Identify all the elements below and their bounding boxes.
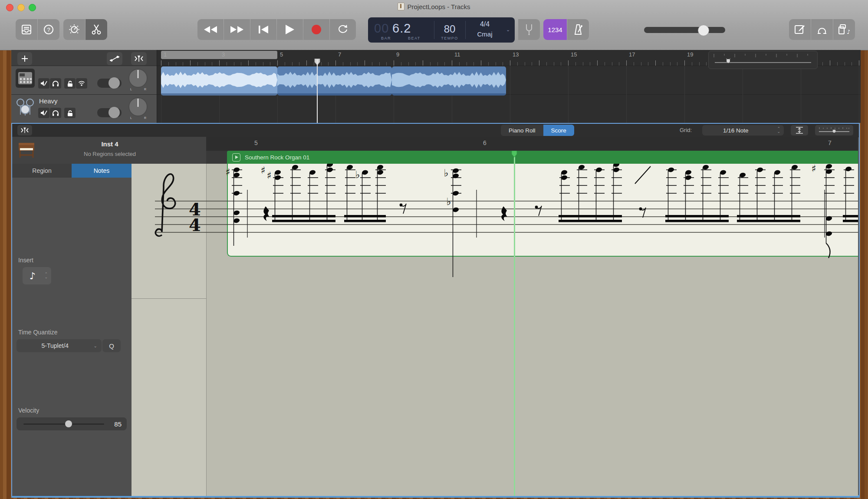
track2-volume-knob[interactable] — [108, 107, 120, 118]
insert-note-value-button[interactable]: ♪ ⌃⌄ — [23, 267, 51, 284]
record-button[interactable] — [303, 19, 329, 40]
grid-select[interactable]: 1/16 Note ⌃⌄ — [702, 125, 784, 135]
bar-number: 13 — [513, 51, 519, 58]
track1-pan-knob[interactable]: L R — [127, 67, 149, 94]
region-play-button[interactable] — [232, 153, 240, 162]
editors-button[interactable] — [85, 19, 107, 40]
score-bar-ruler[interactable]: 567 — [206, 137, 858, 151]
track1-mute-button[interactable] — [38, 78, 49, 89]
lcd-key-signature[interactable]: 4/4 Cmaj — [465, 17, 504, 43]
track2-volume-slider[interactable] — [97, 108, 122, 117]
volume-slider-thumb[interactable] — [698, 25, 709, 36]
lcd-chevron-icon[interactable]: ⌄ — [506, 27, 510, 33]
media-browser-button[interactable]: ♪ — [833, 19, 855, 40]
editor-toolbar: Piano Roll Score Grid: 1/16 Note ⌃⌄ — [12, 124, 859, 137]
lcd-tempo-label: TEMPO — [434, 36, 465, 40]
cycle-button[interactable] — [330, 19, 356, 40]
play-button[interactable] — [277, 19, 303, 40]
cycle-range-strip[interactable] — [161, 51, 277, 59]
track1-lock-button[interactable] — [64, 78, 76, 89]
count-in-button[interactable]: 1234 — [543, 19, 567, 40]
catch-playhead-button[interactable] — [131, 52, 147, 65]
stepper-chevrons-icon: ⌃⌄ — [777, 127, 780, 133]
track1-header[interactable]: L R — [11, 66, 157, 95]
drum-kit-icon — [16, 97, 35, 116]
pan-right-label: R — [144, 88, 146, 91]
velocity-slider[interactable]: 85 — [16, 417, 127, 430]
piano-roll-label: Piano Roll — [509, 127, 536, 134]
tab-piano-roll[interactable]: Piano Roll — [501, 125, 543, 136]
region-tab-label: Region — [32, 167, 51, 174]
audio-region-3[interactable] — [392, 66, 506, 96]
library-button[interactable] — [16, 19, 37, 40]
track1-volume-knob[interactable] — [108, 77, 120, 89]
quantize-apply-button[interactable]: Q — [102, 339, 121, 352]
loop-browser-button[interactable] — [811, 19, 833, 40]
mute-icon — [40, 110, 47, 116]
horizontal-zoom-slider[interactable] — [708, 51, 818, 69]
track1-volume-slider[interactable] — [97, 79, 122, 88]
tab-region[interactable]: Region — [12, 164, 72, 178]
tab-score[interactable]: Score — [543, 125, 574, 136]
stepper-chevrons-icon: ⌃⌄ — [44, 273, 48, 279]
track2-header[interactable]: Heavy L R — [11, 94, 157, 123]
velocity-value: 85 — [114, 420, 122, 428]
quick-help-button[interactable]: ? — [38, 19, 59, 40]
bar-number: 3 — [222, 51, 225, 58]
grid-label: Grid: — [680, 127, 692, 133]
editor-header: Inst 4 No Regions selected — [12, 137, 207, 164]
grid-value: 1/16 Note — [723, 127, 749, 134]
master-volume-slider[interactable] — [644, 27, 725, 33]
track1-solo-button[interactable] — [50, 78, 61, 89]
midi-region-body[interactable] — [227, 164, 858, 257]
tuner-button[interactable] — [518, 19, 540, 40]
lcd-position[interactable]: 00 6.2 BAR BEAT — [368, 17, 434, 43]
lcd-tempo[interactable]: 80 TEMPO — [434, 17, 465, 43]
input-monitor-icon — [78, 80, 85, 86]
toolbar: ProjectLoops - Tracks ? — [0, 0, 868, 50]
velocity-slider-thumb[interactable] — [65, 420, 72, 427]
bar-number: 1 — [164, 51, 167, 58]
headphones-icon — [52, 110, 59, 116]
track1-monitor-button[interactable] — [76, 78, 87, 89]
forward-button[interactable] — [224, 19, 250, 40]
instrument-icon — [16, 140, 36, 160]
note-pad-button[interactable] — [789, 19, 811, 40]
track2-pan-knob[interactable]: L R — [127, 96, 149, 122]
automation-button[interactable] — [107, 52, 122, 65]
lcd-display[interactable]: 00 6.2 BAR BEAT 80 TEMPO 4/4 Cmaj ⌄ — [368, 17, 515, 43]
track2-lane[interactable] — [157, 94, 861, 123]
play-icon — [235, 155, 238, 159]
staff-margin-column — [132, 164, 207, 496]
insert-label: Insert — [18, 257, 33, 264]
track2-solo-button[interactable] — [50, 108, 61, 118]
audio-region-1[interactable] — [161, 66, 277, 96]
time-quantize-value: 5-Tuplet/4 — [42, 342, 69, 349]
lcd-key: Cmaj — [465, 30, 504, 38]
eighth-note-icon: ♪ — [30, 271, 36, 281]
midi-region-header[interactable]: Southern Rock Organ 01 — [227, 151, 858, 164]
time-quantize-select[interactable]: 5-Tuplet/4 ⌄ — [16, 339, 102, 352]
audio-region-2[interactable] — [277, 66, 392, 96]
add-track-button[interactable] — [17, 52, 32, 65]
track2-mute-button[interactable] — [38, 108, 49, 118]
bar-number: 9 — [396, 51, 399, 58]
rewind-button[interactable] — [197, 19, 224, 40]
pan-left-label: L — [130, 116, 132, 119]
editor-zoom-slider[interactable] — [815, 125, 853, 135]
rewind-icon — [204, 26, 217, 33]
tab-notes[interactable]: Notes — [72, 164, 132, 178]
go-to-beginning-button[interactable] — [250, 19, 276, 40]
smart-controls-button[interactable] — [63, 19, 85, 40]
metronome-button[interactable] — [567, 19, 589, 40]
bar-number: 19 — [687, 51, 693, 58]
editor-catch-playhead-button[interactable] — [17, 125, 32, 135]
track2-name[interactable]: Heavy — [39, 97, 58, 105]
notepad-icon — [795, 24, 805, 35]
score-playhead-marker[interactable] — [511, 151, 517, 158]
loop-icon — [817, 24, 827, 35]
auto-fit-vertical-button[interactable] — [791, 125, 808, 135]
track2-lock-button[interactable] — [64, 108, 76, 118]
record-icon — [311, 24, 322, 35]
timeline[interactable]: 1357911131517192123 — [157, 50, 861, 123]
